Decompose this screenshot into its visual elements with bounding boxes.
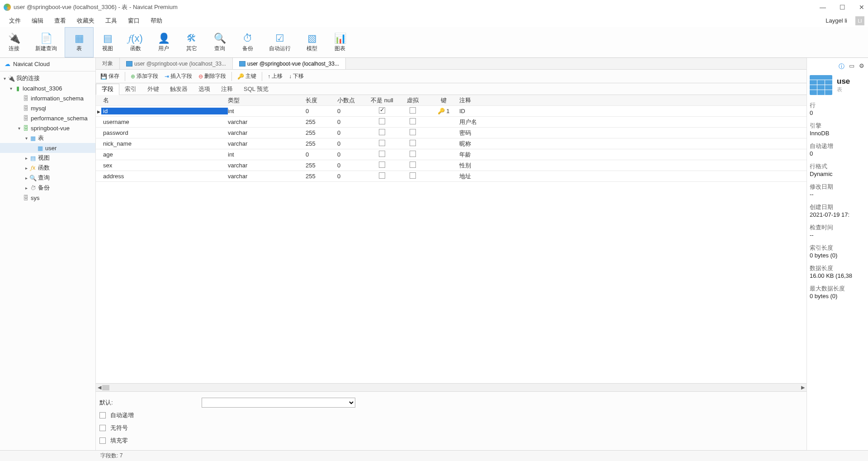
insert-field-button[interactable]: ⇥插入字段 [162, 71, 195, 82]
zerofill-checkbox[interactable] [99, 437, 106, 444]
tool-用户[interactable]: 👤用户 [150, 27, 178, 57]
col-virtual[interactable]: 虚拟 [398, 96, 428, 105]
cell-comment[interactable]: 地址 [459, 172, 807, 181]
tree-funcs[interactable]: ▸𝑓x函数 [0, 163, 95, 173]
tree-db-sys[interactable]: 🗄sys [0, 193, 95, 203]
cell-type[interactable]: int [228, 108, 306, 114]
navicat-cloud[interactable]: ☁ Navicat Cloud [0, 58, 95, 70]
tool-模型[interactable]: ▧模型 [298, 27, 326, 57]
move-down-button[interactable]: ↓下移 [286, 71, 307, 82]
cell-key[interactable]: 🔑 1 [428, 108, 459, 114]
cell-not-null[interactable] [366, 118, 398, 126]
user-name[interactable]: Laygel li [820, 17, 853, 24]
cell-virtual[interactable] [398, 118, 428, 126]
sub-tab-索引[interactable]: 索引 [119, 83, 142, 95]
cell-decimals[interactable]: 0 [337, 162, 366, 169]
cell-type[interactable]: varchar [228, 173, 306, 180]
sub-tab-SQL 预览[interactable]: SQL 预览 [238, 83, 274, 95]
tool-自动运行[interactable]: ☑自动运行 [262, 27, 298, 57]
cell-decimals[interactable]: 0 [337, 173, 366, 180]
cell-length[interactable]: 255 [306, 129, 337, 136]
close-button[interactable]: ✕ [859, 4, 864, 11]
menu-file[interactable]: 文件 [4, 17, 26, 25]
cell-virtual[interactable] [398, 162, 428, 169]
cell-comment[interactable]: 年龄 [459, 151, 807, 159]
tree-queries[interactable]: ▸🔍查询 [0, 173, 95, 183]
cell-comment[interactable]: 昵称 [459, 140, 807, 148]
cell-virtual[interactable] [398, 129, 428, 137]
tree-connection[interactable]: ▾▮ localhost_3306 [0, 83, 95, 93]
cell-virtual[interactable] [398, 151, 428, 158]
info-icon[interactable]: ⓘ [839, 62, 844, 71]
cell-type[interactable]: varchar [228, 162, 306, 169]
menu-window[interactable]: 窗口 [123, 17, 145, 25]
cell-virtual[interactable] [398, 107, 428, 115]
field-grid[interactable]: id int 0 0 🔑 1 ID username varchar 255 0… [96, 106, 807, 383]
unsigned-checkbox[interactable] [99, 425, 106, 431]
cell-comment[interactable]: ID [459, 108, 807, 114]
cell-length[interactable]: 0 [306, 151, 337, 158]
tree-db-springboot-vue[interactable]: ▾🗄springboot-vue [0, 123, 95, 133]
cell-not-null[interactable] [366, 129, 398, 137]
col-type[interactable]: 类型 [228, 96, 306, 105]
tree-my-connections[interactable]: ▾🔌 我的连接 [0, 73, 95, 83]
cell-length[interactable]: 255 [306, 162, 337, 169]
cell-not-null[interactable] [366, 107, 398, 115]
doc-tab-0[interactable]: 对象 [96, 58, 120, 69]
sub-tab-外键[interactable]: 外键 [142, 83, 165, 95]
col-name[interactable]: 名 [101, 96, 228, 105]
tree-db-mysql[interactable]: 🗄mysql [0, 103, 95, 113]
minimize-button[interactable]: — [820, 4, 826, 11]
cell-name[interactable]: age [101, 151, 228, 158]
tree-db-performance_schema[interactable]: 🗄performance_schema [0, 113, 95, 123]
field-row[interactable]: sex varchar 255 0 性别 [96, 160, 807, 171]
cell-comment[interactable]: 密码 [459, 129, 807, 137]
add-field-button[interactable]: ⊕添加字段 [128, 71, 161, 82]
cell-decimals[interactable]: 0 [337, 129, 366, 136]
col-length[interactable]: 长度 [306, 96, 337, 105]
default-select[interactable] [202, 398, 355, 408]
tool-其它[interactable]: 🛠其它 [178, 27, 206, 57]
col-not-null[interactable]: 不是 null [366, 96, 398, 105]
tool-图表[interactable]: 📊图表 [326, 27, 354, 57]
tree-views[interactable]: ▸▤视图 [0, 153, 95, 163]
menu-tools[interactable]: 工具 [100, 17, 123, 25]
cell-type[interactable]: varchar [228, 129, 306, 136]
menu-favorites[interactable]: 收藏夹 [71, 17, 100, 25]
save-button[interactable]: 💾保存 [98, 71, 122, 82]
tree-tables[interactable]: ▾▦表 [0, 133, 95, 143]
cell-length[interactable]: 255 [306, 119, 337, 125]
cell-name[interactable]: address [101, 173, 228, 180]
primary-key-button[interactable]: 🔑主键 [235, 71, 259, 82]
cell-decimals[interactable]: 0 [337, 151, 366, 158]
tool-新建查询[interactable]: 📄新建查询 [28, 27, 64, 57]
auto-increment-checkbox[interactable] [99, 412, 106, 418]
delete-field-button[interactable]: ⊖删除字段 [196, 71, 229, 82]
tree-backups[interactable]: ▸⏱备份 [0, 183, 95, 193]
cell-name[interactable]: id [101, 108, 228, 114]
doc-tab-2[interactable]: user @springboot-vue (localhost_33... [233, 58, 346, 69]
field-row[interactable]: address varchar 255 0 地址 [96, 171, 807, 182]
menu-view[interactable]: 查看 [49, 17, 71, 25]
cell-decimals[interactable]: 0 [337, 108, 366, 114]
doc-tab-1[interactable]: user @springboot-vue (localhost_33... [120, 58, 233, 69]
col-comment[interactable]: 注释 [459, 96, 807, 105]
user-avatar[interactable]: LI [855, 16, 864, 25]
cell-name[interactable]: sex [101, 162, 228, 169]
cell-name[interactable]: password [101, 129, 228, 136]
cell-decimals[interactable]: 0 [337, 119, 366, 125]
tool-查询[interactable]: 🔍查询 [206, 27, 234, 57]
field-row[interactable]: age int 0 0 年龄 [96, 149, 807, 160]
settings-icon[interactable]: ⚙ [859, 62, 864, 71]
field-row[interactable]: username varchar 255 0 用户名 [96, 117, 807, 128]
field-row[interactable]: id int 0 0 🔑 1 ID [96, 106, 807, 117]
tree-table-user[interactable]: ▦user [0, 143, 95, 153]
move-up-button[interactable]: ↑上移 [265, 71, 285, 82]
sub-tab-触发器[interactable]: 触发器 [165, 83, 193, 95]
cell-virtual[interactable] [398, 140, 428, 147]
cell-decimals[interactable]: 0 [337, 140, 366, 147]
cell-comment[interactable]: 性别 [459, 162, 807, 170]
col-key[interactable]: 键 [428, 96, 459, 105]
tool-表[interactable]: ▦表 [65, 27, 94, 57]
cell-type[interactable]: varchar [228, 140, 306, 147]
